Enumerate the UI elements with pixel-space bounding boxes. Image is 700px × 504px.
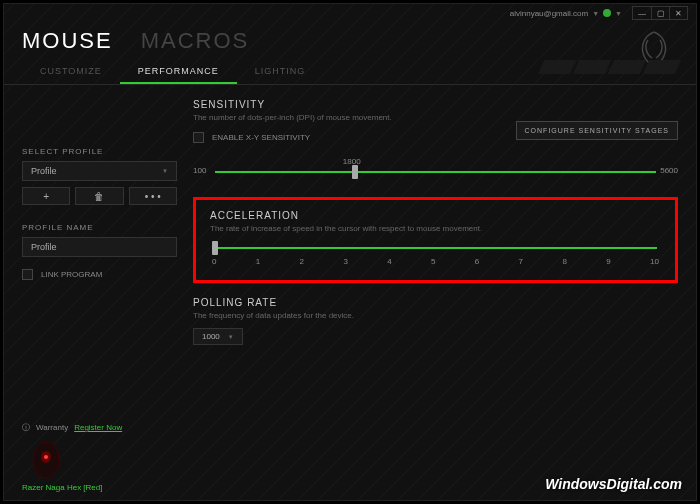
device-image[interactable] bbox=[28, 439, 64, 481]
close-button[interactable]: ✕ bbox=[669, 7, 687, 19]
select-profile-label: SELECT PROFILE bbox=[22, 147, 177, 156]
polling-value: 1000 bbox=[202, 332, 220, 341]
configure-stages-button[interactable]: CONFIGURE SENSITIVITY STAGES bbox=[516, 121, 678, 140]
maximize-button[interactable]: ▢ bbox=[651, 7, 669, 19]
profile-name-input[interactable]: Profile bbox=[22, 237, 177, 257]
subtab-performance[interactable]: PERFORMANCE bbox=[120, 60, 237, 84]
chevron-down-icon[interactable]: ▼ bbox=[592, 10, 599, 17]
add-profile-button[interactable]: + bbox=[22, 187, 70, 205]
profile-name-label: PROFILE NAME bbox=[22, 223, 177, 232]
sensitivity-title: SENSITIVITY bbox=[193, 99, 678, 110]
profile-select[interactable]: Profile ▼ bbox=[22, 161, 177, 181]
sensitivity-max: 5600 bbox=[660, 166, 678, 175]
chevron-down-icon[interactable]: ▼ bbox=[615, 10, 622, 17]
tab-mouse[interactable]: MOUSE bbox=[22, 28, 113, 54]
device-name: Razer Naga Hex [Red] bbox=[22, 483, 122, 492]
user-email: alvinnyau@gmail.com bbox=[510, 9, 588, 18]
watermark: WindowsDigital.com bbox=[545, 476, 682, 492]
minimize-button[interactable]: — bbox=[633, 7, 651, 19]
subtab-customize[interactable]: CUSTOMIZE bbox=[22, 60, 120, 84]
delete-profile-button[interactable]: 🗑 bbox=[75, 187, 123, 205]
profile-more-button[interactable]: • • • bbox=[129, 187, 177, 205]
acceleration-title: ACCELERATION bbox=[210, 210, 661, 221]
tab-decoration bbox=[538, 60, 678, 84]
polling-rate-select[interactable]: 1000 ▼ bbox=[193, 328, 243, 345]
acceleration-section: ACCELERATION The rate of increase of spe… bbox=[193, 197, 678, 283]
status-indicator bbox=[603, 9, 611, 17]
register-link[interactable]: Register Now bbox=[74, 423, 122, 432]
sensitivity-slider[interactable]: 100 1800 5600 bbox=[193, 171, 678, 173]
acceleration-desc: The rate of increase of speed in the cur… bbox=[210, 224, 661, 233]
info-icon: ⓘ bbox=[22, 422, 30, 433]
sensitivity-handle[interactable] bbox=[352, 165, 358, 179]
link-program-checkbox[interactable] bbox=[22, 269, 33, 280]
acceleration-slider[interactable] bbox=[214, 247, 657, 249]
profile-select-value: Profile bbox=[31, 166, 57, 176]
enable-xy-label: ENABLE X-Y SENSITIVITY bbox=[212, 133, 310, 142]
polling-desc: The frequency of data updates for the de… bbox=[193, 311, 678, 320]
acceleration-handle[interactable] bbox=[212, 241, 218, 255]
enable-xy-checkbox[interactable] bbox=[193, 132, 204, 143]
tab-macros[interactable]: MACROS bbox=[141, 28, 250, 54]
chevron-down-icon: ▼ bbox=[228, 334, 234, 340]
link-program-label: LINK PROGRAM bbox=[41, 270, 102, 279]
warranty-label: Warranty bbox=[36, 423, 68, 432]
sensitivity-min: 100 bbox=[193, 166, 206, 175]
polling-title: POLLING RATE bbox=[193, 297, 678, 308]
subtab-lighting[interactable]: LIGHTING bbox=[237, 60, 324, 84]
svg-point-2 bbox=[44, 455, 48, 459]
acceleration-ticks: 012345678910 bbox=[210, 257, 661, 266]
titlebar: alvinnyau@gmail.com ▼ ▼ — ▢ ✕ bbox=[4, 4, 696, 22]
chevron-down-icon: ▼ bbox=[162, 168, 168, 174]
